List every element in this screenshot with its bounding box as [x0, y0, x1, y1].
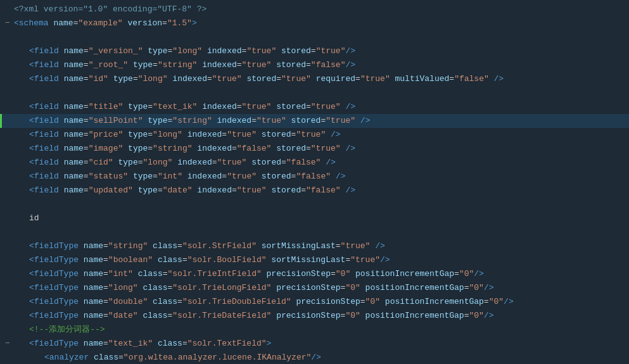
line-23: <fieldType name="date" class="solr.TrieD…: [0, 309, 629, 323]
line-2: −<schema name="example" version="1.5">: [0, 16, 629, 30]
line-24: <!--添加分词器-->: [0, 323, 629, 337]
line-18: <fieldType name="string" class="solr.Str…: [0, 239, 629, 253]
line-6: <field name="id" type="long" indexed="tr…: [0, 72, 629, 86]
line-26: <analyzer class="org.wltea.analyzer.luce…: [0, 351, 629, 364]
collapse-icon[interactable]: −: [5, 16, 14, 30]
line-22: <fieldType name="double" class="solr.Tri…: [0, 295, 629, 309]
line-21: <fieldType name="long" class="solr.TrieL…: [0, 281, 629, 295]
line-1: <?xml version="1.0" encoding="UTF-8" ?>: [0, 3, 629, 16]
code-editor: <?xml version="1.0" encoding="UTF-8" ?>−…: [0, 0, 629, 364]
line-7: [0, 86, 629, 100]
line-13: <field name="status" type="int" indexed=…: [0, 170, 629, 184]
line-14: <field name="updated" type="date" indexe…: [0, 184, 629, 198]
line-12: <field name="cid" type="long" indexed="t…: [0, 156, 629, 170]
line-5: <field name="_root_" type="string" index…: [0, 58, 629, 72]
line-17: [0, 225, 629, 239]
line-10: <field name="price" type="long" indexed=…: [0, 128, 629, 142]
code-content: <?xml version="1.0" encoding="UTF-8" ?>−…: [0, 0, 629, 364]
line-20: <fieldType name="int" class="solr.TrieIn…: [0, 267, 629, 281]
line-19: <fieldType name="boolean" class="solr.Bo…: [0, 253, 629, 267]
line-16: id: [0, 211, 629, 225]
line-8: <field name="title" type="text_ik" index…: [0, 100, 629, 114]
line-11: <field name="image" type="string" indexe…: [0, 142, 629, 156]
line-3: [0, 30, 629, 44]
collapse-icon[interactable]: −: [5, 337, 14, 351]
line-25: −<fieldType name="text_ik" class="solr.T…: [0, 337, 629, 351]
line-15: [0, 198, 629, 211]
line-4: <field name="_version_" type="long" inde…: [0, 44, 629, 58]
line-9: <field name="sellPoint" type="string" in…: [0, 114, 629, 128]
